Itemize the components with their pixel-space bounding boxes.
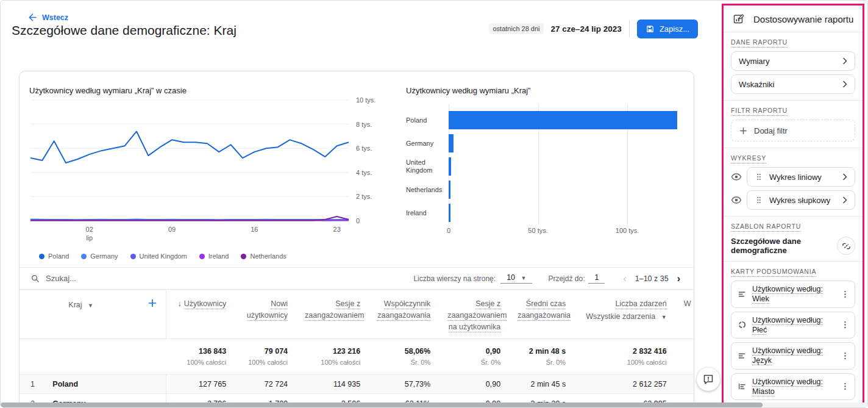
summary-card-2[interactable]: Użytkownicy według: Płeć xyxy=(731,312,855,339)
bar-chart-title: Użytkownicy według wymiaru „Kraj” xyxy=(406,86,683,95)
bar-chart-panel: Użytkownicy według wymiaru „Kraj” Poland… xyxy=(400,86,683,260)
section-label-report-data: Dane raportu xyxy=(731,38,788,48)
chart-row-line: Wykres liniowy xyxy=(731,167,855,187)
row-cell: 72 724 xyxy=(235,374,296,394)
more-options-icon[interactable] xyxy=(838,379,852,394)
row-number: 1 xyxy=(20,374,44,394)
bar-axis-tick-label: 100 tys. xyxy=(616,227,639,234)
svg-text:0: 0 xyxy=(356,217,360,224)
totals-sublabel: 100% całości xyxy=(583,359,666,366)
bar-category-labels: PolandGermanyUnited KingdomNetherlandsIr… xyxy=(406,109,449,224)
date-controls: ostatnich 28 dni 27 cze–24 lip 2023 Zapi… xyxy=(489,19,698,38)
rows-per-page-select[interactable]: 10 ▼ xyxy=(500,273,532,284)
search-input[interactable] xyxy=(46,274,180,283)
summary-card-1[interactable]: Użytkownicy według: Wiek xyxy=(731,281,855,308)
totals-value: 0,90 xyxy=(447,347,500,356)
unlink-template-button[interactable] xyxy=(837,237,855,255)
column-label: Średni czas zaangażowania xyxy=(518,299,571,321)
dimension-label: Kraj xyxy=(68,301,82,309)
more-options-icon[interactable] xyxy=(838,348,852,363)
bar-netherlands[interactable] xyxy=(449,181,450,199)
line-series-poland xyxy=(30,131,349,162)
hbars-chart-icon xyxy=(738,382,747,391)
row-cell: 2 612 257 xyxy=(574,374,675,394)
caret-down-icon: ▼ xyxy=(88,302,93,309)
chart-item-bar[interactable]: Wykres słupkowy xyxy=(747,190,855,210)
bar-axis-tick-label: 0 xyxy=(447,227,450,234)
summary-card-3[interactable]: Użytkownicy według: Język xyxy=(731,342,855,370)
svg-text:16: 16 xyxy=(251,226,258,233)
horizontal-scrollbar[interactable] xyxy=(1,403,867,407)
legend-dot xyxy=(39,254,44,259)
bar-poland[interactable] xyxy=(449,111,677,129)
totals-value: 2 min 48 s xyxy=(518,347,566,356)
totals-cell: 2 832 416100% całości xyxy=(574,339,675,374)
totals-cell: 79 074100% całości xyxy=(235,339,296,374)
table-header-2[interactable]: Nowi użytkownicy xyxy=(235,290,296,339)
bar-germany[interactable] xyxy=(449,134,454,152)
table-header-truncated: W xyxy=(675,290,694,339)
divider xyxy=(724,216,863,217)
totals-cell: 2 min 48 sŚr. 0% xyxy=(509,339,574,374)
drag-handle-icon xyxy=(755,196,763,204)
table-header-5[interactable]: Sesje z zaangażowaniem na użytkownika xyxy=(439,290,509,339)
table-header-4[interactable]: Współczynnik zaangażowania xyxy=(369,290,439,339)
more-options-icon[interactable] xyxy=(838,318,852,332)
more-options-icon[interactable] xyxy=(838,287,852,301)
totals-value: 58,06% xyxy=(377,347,430,356)
save-button[interactable]: Zapisz... xyxy=(637,20,698,38)
next-page-icon[interactable]: › xyxy=(675,274,683,284)
caret-down-icon: ▼ xyxy=(661,314,667,320)
prev-page-icon[interactable]: ‹ xyxy=(621,274,628,284)
save-label: Zapisz... xyxy=(660,24,689,34)
back-button[interactable]: Wstecz xyxy=(28,13,68,22)
rows-per-page-label: Liczba wierszy na stronę: xyxy=(413,274,496,283)
date-range-value[interactable]: 27 cze–24 lip 2023 xyxy=(551,24,622,34)
totals-value: 79 074 xyxy=(243,347,288,356)
bar-category-label: Poland xyxy=(406,109,449,132)
visibility-eye-icon[interactable] xyxy=(731,171,742,182)
chart-item-line[interactable]: Wykres liniowy xyxy=(747,167,855,187)
table-header-6[interactable]: Średni czas zaangażowania xyxy=(509,290,574,339)
column-sublabel[interactable]: Wszystkie zdarzenia ▼ xyxy=(583,311,666,323)
goto-page-input[interactable]: 1 xyxy=(588,273,605,284)
bar-row xyxy=(449,109,683,132)
customization-panel-annotation: Dostosowywanie raportu Dane raportu Wymi… xyxy=(722,4,864,404)
line-series-netherlands xyxy=(30,217,349,220)
bar-ireland[interactable] xyxy=(449,204,450,222)
table-row[interactable]: 1Poland127 76572 724114 93557,73%0,902 m… xyxy=(20,374,694,394)
line-chart-title: Użytkownicy według wymiaru „Kraj” w czas… xyxy=(29,86,400,95)
bars-chart-icon xyxy=(738,290,747,299)
legend-dot xyxy=(130,254,136,259)
sidebar-item-wymiary[interactable]: Wymiary xyxy=(731,51,855,71)
chevron-right-icon xyxy=(840,172,850,182)
add-column-button[interactable] xyxy=(148,298,157,312)
bar-united-kingdom[interactable] xyxy=(449,157,451,176)
feedback-button[interactable] xyxy=(697,368,720,391)
dimension-selector[interactable]: Kraj ▼ xyxy=(68,299,93,311)
summary-card-4[interactable]: Użytkownicy według: Miasto xyxy=(731,373,855,401)
save-icon xyxy=(646,24,655,34)
scrollbar-thumb[interactable] xyxy=(1,403,763,407)
visibility-eye-icon[interactable] xyxy=(731,195,742,206)
section-label-summary-cards: Karty podsumowania xyxy=(731,268,816,277)
totals-cell: 58,06%Śr. 0% xyxy=(369,339,439,374)
table-header-7[interactable]: Liczba zdarzeńWszystkie zdarzenia ▼ xyxy=(574,290,675,339)
bar-axis-tick-label: 50 tys. xyxy=(528,227,547,234)
legend-item: Netherlands xyxy=(241,252,286,260)
table-header-3[interactable]: Sesje z zaangażowaniem xyxy=(296,290,369,339)
column-label: Liczba zdarzeń xyxy=(616,299,667,309)
customization-panel: Dostosowywanie raportu Dane raportu Wymi… xyxy=(724,5,863,404)
totals-sublabel: 100% całości xyxy=(243,359,288,366)
table-header-1[interactable]: ↓Użytkownicy xyxy=(166,290,235,339)
row-cell: 0,90 xyxy=(439,374,509,394)
svg-text:02: 02 xyxy=(86,226,93,233)
bar-row xyxy=(449,201,683,224)
table-header-dimension[interactable]: Kraj ▼ xyxy=(44,290,166,339)
totals-cell: 136 843100% całości xyxy=(166,339,235,374)
back-label: Wstecz xyxy=(42,13,68,22)
sidebar-item-wskazniki[interactable]: Wskaźniki xyxy=(731,74,855,94)
legend-item: Ireland xyxy=(199,252,229,260)
line-chart-panel: Użytkownicy według wymiaru „Kraj” w czas… xyxy=(29,86,400,260)
add-filter-button[interactable]: Dodaj filtr xyxy=(731,120,855,141)
